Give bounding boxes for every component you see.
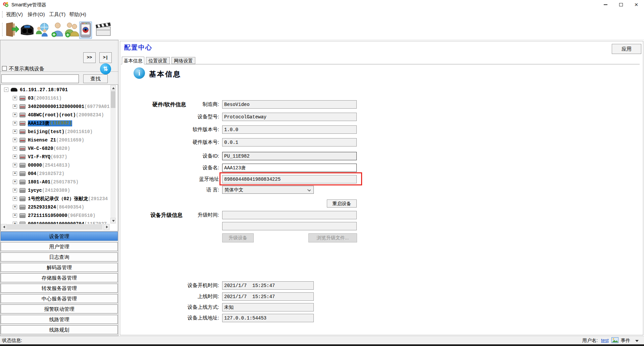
horizontal-scroll-thumb[interactable] bbox=[7, 224, 102, 230]
expand-icon[interactable] bbox=[13, 180, 17, 184]
expand-icon[interactable] bbox=[13, 155, 17, 159]
tree-item[interactable]: beijing(test) (20011610) bbox=[1, 127, 111, 136]
config-center-eye-icon[interactable] bbox=[79, 21, 92, 39]
maximize-button[interactable] bbox=[613, 0, 629, 9]
tree-item[interactable]: 1801-A01 (25017875) bbox=[1, 178, 111, 186]
nav-storage-server[interactable]: 存储服务器管理 bbox=[1, 273, 118, 282]
nav-decoder-management[interactable]: 解码器管理 bbox=[1, 263, 118, 272]
tree-root-item[interactable]: 61.191.27.18:9701 bbox=[1, 85, 111, 94]
event-menu[interactable]: 事件 bbox=[621, 338, 630, 344]
apply-button[interactable]: 应用 bbox=[612, 44, 641, 54]
tab-divider bbox=[121, 64, 640, 64]
nav-center-server[interactable]: 中心服务器管理 bbox=[1, 294, 118, 303]
manufacturer-field[interactable] bbox=[222, 100, 357, 109]
device-search-input[interactable] bbox=[1, 74, 79, 83]
device-icon bbox=[19, 205, 26, 210]
find-button[interactable]: 查找 bbox=[83, 74, 108, 83]
tree-vertical-scrollbar[interactable] bbox=[110, 85, 116, 224]
nav-log-query[interactable]: 日志查询 bbox=[1, 252, 118, 262]
upgrade-file-field[interactable] bbox=[222, 222, 357, 230]
expand-icon[interactable] bbox=[13, 188, 17, 192]
device-name-field[interactable] bbox=[222, 164, 357, 172]
menu-operate[interactable]: 操作(O) bbox=[28, 11, 45, 18]
tree-item[interactable]: 1号挖机记录仪（02）张献龙 (291234 bbox=[1, 194, 111, 203]
device-icon bbox=[19, 171, 26, 176]
expand-icon[interactable] bbox=[13, 213, 17, 218]
hardware-version-field[interactable] bbox=[222, 138, 357, 147]
expand-icon[interactable] bbox=[13, 129, 17, 134]
nav-device-management[interactable]: 设备管理 bbox=[1, 232, 118, 241]
vertical-scroll-thumb[interactable] bbox=[111, 91, 115, 108]
nav-forward-server[interactable]: 转发服务器管理 bbox=[1, 284, 118, 293]
expand-icon[interactable] bbox=[13, 196, 17, 201]
tree-item[interactable]: 4GBWC(root)(root) (20098234) bbox=[1, 111, 111, 119]
expand-icon[interactable] bbox=[13, 104, 17, 109]
menu-help[interactable]: 帮助(H) bbox=[69, 11, 86, 18]
software-version-field[interactable] bbox=[222, 125, 357, 134]
menu-tools[interactable]: 工具(T) bbox=[49, 11, 65, 18]
tab-basic-info[interactable]: 基本信息 bbox=[122, 57, 144, 64]
page-next-button[interactable]: >> bbox=[83, 52, 96, 63]
scroll-right-icon[interactable] bbox=[104, 224, 109, 230]
model-field[interactable] bbox=[222, 113, 357, 121]
device-id-field[interactable] bbox=[222, 152, 357, 160]
expand-icon[interactable] bbox=[13, 205, 17, 209]
language-label: 语 言: bbox=[139, 187, 219, 193]
boot-time-field[interactable] bbox=[222, 281, 314, 290]
add-user-group-icon[interactable] bbox=[64, 21, 79, 38]
tree-item[interactable]: 004 (29102572) bbox=[1, 169, 111, 178]
bluetooth-field[interactable] bbox=[222, 175, 357, 183]
event-dropdown-icon[interactable] bbox=[635, 340, 639, 342]
tree-horizontal-scrollbar[interactable] bbox=[1, 224, 110, 230]
exit-icon[interactable] bbox=[4, 21, 19, 38]
nav-alarm-linkage[interactable]: 报警联动管理 bbox=[1, 304, 118, 313]
tree-item[interactable]: VI-F-RYQ(6937) bbox=[1, 153, 111, 161]
restart-device-button[interactable]: 重启设备 bbox=[327, 199, 357, 208]
tree-item[interactable]: 34020000001320000001 (69779A01) bbox=[1, 102, 111, 111]
expand-icon[interactable] bbox=[13, 121, 17, 125]
tree-item[interactable]: 2252931924 (86490354) bbox=[1, 203, 111, 211]
expand-icon[interactable] bbox=[13, 138, 17, 142]
tab-network-settings[interactable]: 网络设置 bbox=[171, 57, 195, 64]
nav-line-management[interactable]: 线路管理 bbox=[1, 315, 118, 324]
nav-line-planning[interactable]: 线路规划 bbox=[1, 325, 118, 334]
scroll-down-icon[interactable] bbox=[110, 218, 116, 223]
add-user-icon[interactable] bbox=[51, 21, 64, 38]
tree-item[interactable]: Hisense Z1 (20011659) bbox=[1, 136, 111, 144]
device-icon bbox=[19, 96, 26, 101]
section-title: 基本信息 bbox=[149, 69, 181, 79]
menu-view[interactable]: 视图(V) bbox=[6, 11, 23, 18]
nav-user-management[interactable]: 用户管理 bbox=[1, 242, 118, 251]
scroll-left-icon[interactable] bbox=[1, 224, 7, 230]
page-last-button[interactable]: >| bbox=[99, 52, 112, 63]
tree-item[interactable]: 1ycyc(24120389) bbox=[1, 186, 111, 194]
tree-item[interactable]: 27211151050000 (96FE0510) bbox=[1, 211, 111, 220]
tab-location-settings[interactable]: 位置设置 bbox=[146, 57, 170, 64]
online-mode-field[interactable] bbox=[222, 303, 314, 311]
collapse-icon[interactable] bbox=[4, 88, 8, 92]
image-icon[interactable] bbox=[611, 337, 618, 344]
expand-icon[interactable] bbox=[13, 96, 17, 100]
username-link[interactable]: test bbox=[601, 338, 609, 343]
online-address-field[interactable] bbox=[222, 314, 314, 322]
expand-icon[interactable] bbox=[13, 146, 17, 151]
online-time-field[interactable] bbox=[222, 292, 314, 301]
minimize-icon bbox=[604, 4, 607, 5]
tree-item[interactable]: 03(20031161) bbox=[1, 94, 111, 102]
device-search-icon[interactable] bbox=[19, 21, 35, 37]
tree-item[interactable]: 00000 (25414813) bbox=[1, 161, 111, 169]
upgrade-time-field[interactable] bbox=[222, 211, 357, 219]
expand-icon[interactable] bbox=[13, 163, 17, 167]
tree-item[interactable]: VH-C-6820 (6820) bbox=[1, 144, 111, 153]
video-clip-icon[interactable] bbox=[95, 21, 113, 38]
minimize-button[interactable] bbox=[598, 0, 613, 9]
tree-item-selected[interactable]: AAA123唐(11E982) bbox=[1, 119, 111, 127]
close-button[interactable] bbox=[629, 0, 644, 9]
expand-icon[interactable] bbox=[13, 171, 17, 176]
language-dropdown[interactable]: 简体中文 bbox=[222, 186, 314, 194]
hide-offline-checkbox[interactable] bbox=[2, 66, 7, 71]
sort-devices-icon[interactable] bbox=[100, 63, 111, 74]
expand-icon[interactable] bbox=[13, 113, 17, 117]
scroll-up-icon[interactable] bbox=[110, 85, 116, 91]
user-group-globe-icon[interactable] bbox=[34, 21, 50, 38]
